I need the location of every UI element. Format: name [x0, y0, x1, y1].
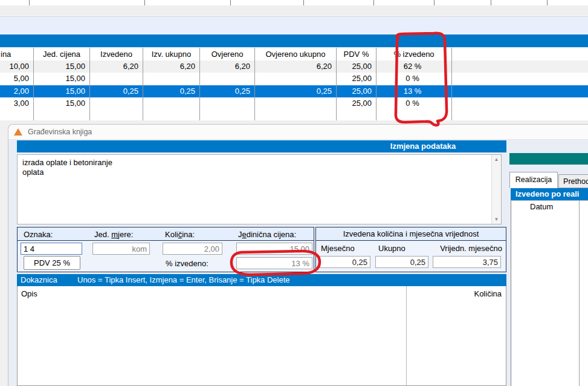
cell-pct-izvedeno[interactable]: 62 % — [376, 61, 452, 73]
table-row[interactable]: 3,00 15,00 25,00 0 % — [0, 97, 588, 110]
jed-mjere-label: Jed. mjere: — [94, 230, 133, 239]
column-header-izv-ukupno[interactable]: Izv. ukupno — [143, 48, 200, 61]
table-empty-area — [0, 110, 588, 120]
cell[interactable]: 25,00 — [337, 85, 376, 97]
oznaka-input[interactable] — [21, 243, 82, 255]
column-divider — [434, 0, 435, 5]
tab-prethodno[interactable]: Prethod — [558, 174, 588, 188]
dokaznica-list[interactable] — [17, 286, 506, 386]
dialog-title: Građevinska knjiga — [28, 128, 92, 136]
jedinicna-cijena-label: Jedinična cijena: — [238, 230, 296, 239]
cell[interactable]: 25,00 — [337, 73, 376, 85]
dokaznica-label: Dokaznica — [21, 274, 57, 286]
cell[interactable] — [90, 73, 143, 85]
kolicina-input[interactable] — [163, 243, 222, 255]
cell[interactable]: 25,00 — [337, 61, 376, 73]
cell[interactable]: 10,00 — [0, 61, 34, 73]
cell[interactable] — [452, 97, 588, 110]
column-header-izvedeno[interactable]: Izvedeno — [90, 48, 143, 61]
datum-column-header: Datum — [530, 202, 553, 211]
cell[interactable] — [143, 73, 200, 85]
column-divider — [491, 0, 491, 5]
column-divider — [303, 0, 304, 5]
cell[interactable] — [90, 97, 143, 110]
mjesecno-input[interactable] — [320, 256, 370, 268]
realizacija-list[interactable] — [511, 200, 588, 386]
table-section-bar — [0, 34, 588, 47]
cell-pct-izvedeno[interactable]: 0 % — [376, 97, 452, 110]
cell[interactable]: 0,25 — [90, 85, 143, 97]
scroll-down-icon[interactable]: ▼ — [492, 215, 501, 224]
cell[interactable]: 0,25 — [143, 85, 200, 97]
toolbar-strip — [0, 5, 588, 15]
cell[interactable]: 6,20 — [200, 61, 255, 73]
cell[interactable] — [452, 61, 588, 73]
description-textarea[interactable]: izrada oplate i betoniranje oplata — [17, 154, 502, 224]
izvedena-kolicina-group: Izvedena količina i mjesečna vrijednost … — [315, 227, 506, 272]
cell[interactable]: 5,00 — [0, 73, 34, 85]
realizacija-section-bar — [509, 153, 588, 165]
jedinicna-cijena-input[interactable] — [236, 243, 312, 255]
column-header-pct-izvedeno[interactable]: % izvedeno — [376, 48, 452, 61]
izvedeno-po-realizaciji-header: Izvedeno po reali — [511, 188, 588, 200]
ukupno-label: Ukupno — [378, 244, 405, 253]
mjesecno-label: Mjesečno — [321, 244, 355, 253]
app-window: ina Jed. cijena Izvedeno Izv. ukupno Ovj… — [0, 0, 588, 386]
table-header-row: ina Jed. cijena Izvedeno Izv. ukupno Ovj… — [0, 48, 588, 61]
dokaznica-bar: Dokaznica Unos = Tipka Insert, Izmjena =… — [17, 274, 506, 286]
top-table-edge — [0, 0, 588, 5]
cell[interactable] — [200, 73, 255, 85]
cell[interactable]: 15,00 — [34, 97, 90, 110]
table-row-selected[interactable]: 2,00 15,00 0,25 0,25 0,25 0,25 25,00 13 … — [0, 85, 588, 97]
column-divider — [547, 0, 548, 5]
table-row[interactable]: 10,00 15,00 6,20 6,20 6,20 6,20 25,00 62… — [0, 61, 588, 73]
column-header-ovjereno[interactable]: Ovjereno — [200, 48, 255, 61]
datum-column-divider — [579, 200, 580, 386]
cell[interactable]: 15,00 — [34, 85, 90, 97]
opis-column-header: Opis — [21, 289, 37, 298]
column-divider — [230, 0, 231, 5]
textarea-scrollbar[interactable]: ▲ ▼ — [491, 155, 501, 224]
ukupno-input[interactable] — [375, 256, 428, 268]
group2-header: Izvedena količina i mjesečna vrijednost — [316, 227, 506, 241]
column-header-pdv[interactable]: PDV % — [337, 48, 376, 61]
column-divider — [144, 0, 145, 5]
cell[interactable]: 6,20 — [255, 61, 337, 73]
item-form-group: Oznaka: Jed. mjere: Količina: Jedinična … — [17, 227, 314, 272]
cell[interactable]: 6,20 — [143, 61, 200, 73]
kolicina-label: Količina: — [165, 230, 195, 239]
cell[interactable]: 6,20 — [90, 61, 143, 73]
warning-triangle-icon — [14, 128, 22, 136]
pdv-button[interactable]: PDV 25 % — [24, 256, 80, 270]
scroll-up-icon[interactable]: ▲ — [492, 155, 501, 164]
cell[interactable] — [200, 97, 255, 110]
tab-realizacija[interactable]: Realizacija — [509, 172, 558, 188]
group-band — [0, 17, 588, 34]
cell-pct-izvedeno[interactable]: 0 % — [376, 73, 452, 85]
cell[interactable]: 15,00 — [34, 73, 90, 85]
cell[interactable] — [143, 97, 200, 110]
cell[interactable] — [452, 85, 588, 97]
izmjena-podataka-title: Izmjena podataka — [326, 140, 520, 152]
dokaznica-column-divider — [406, 286, 407, 386]
pct-izvedeno-input[interactable] — [236, 257, 312, 269]
column-header-ovjereno-ukupno[interactable]: Ovjereno ukupno — [255, 48, 337, 61]
cell[interactable]: 15,00 — [34, 61, 90, 73]
column-divider — [373, 0, 374, 5]
cell[interactable]: 0,25 — [200, 85, 255, 97]
cell[interactable]: 0,25 — [255, 85, 337, 97]
cell[interactable]: 3,00 — [0, 97, 34, 110]
cell[interactable] — [255, 73, 337, 85]
cell[interactable] — [452, 73, 588, 85]
dialog-titlebar[interactable]: Građevinska knjiga — [8, 124, 588, 140]
cell[interactable]: 25,00 — [337, 97, 376, 110]
cell[interactable] — [255, 97, 337, 110]
column-divider — [29, 0, 30, 5]
cell[interactable]: 2,00 — [0, 85, 34, 97]
cell-pct-izvedeno[interactable]: 13 % — [376, 85, 452, 97]
column-header-kolicina[interactable]: ina — [0, 48, 34, 61]
column-header-jed-cijena[interactable]: Jed. cijena — [34, 48, 90, 61]
table-row[interactable]: 5,00 15,00 25,00 0 % — [0, 73, 588, 85]
vrijedn-mjesecno-input[interactable] — [433, 256, 501, 268]
jed-mjere-input[interactable] — [92, 243, 150, 255]
